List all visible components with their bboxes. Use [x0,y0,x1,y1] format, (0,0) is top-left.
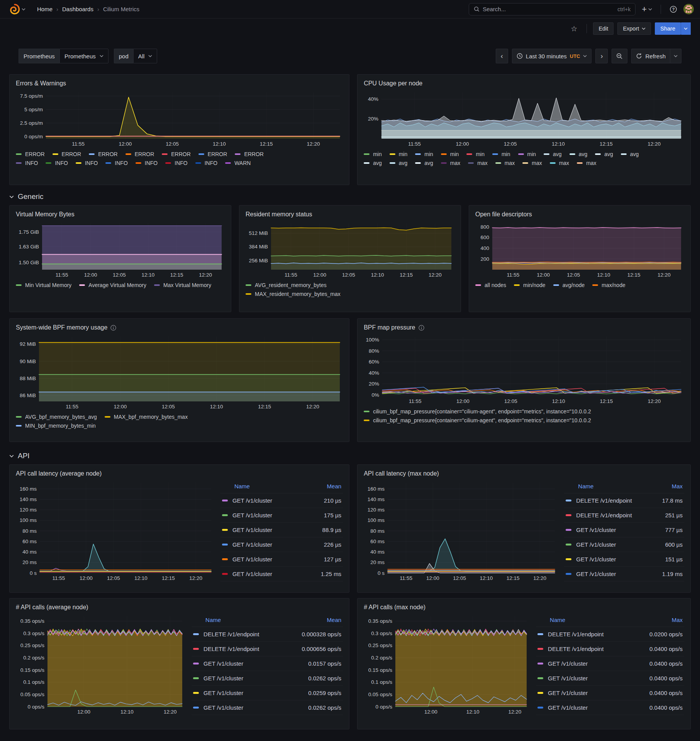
table-row[interactable]: GET /v1/cluster210 µs [220,493,343,508]
time-range-picker[interactable]: Last 30 minutes UTC [512,49,592,63]
add-button[interactable]: + [639,3,655,16]
panel-title[interactable]: Virtual Memory Bytes [16,211,75,218]
user-avatar[interactable] [683,4,694,14]
table-row[interactable]: GET /v1/cluster0.0400 ops/s [536,656,684,671]
legend-item[interactable]: INFO [136,160,158,166]
panel-title[interactable]: CPU Usage per node [364,80,422,87]
table-row[interactable]: GET /v1/cluster1.19 ms [564,567,684,581]
column-header[interactable]: Name [550,617,565,623]
errors-warnings-chart[interactable]: 11:5512:0012:0512:1012:1512:207.5 ops/m5… [16,89,343,148]
legend-item[interactable]: INFO [76,160,98,166]
table-row[interactable]: GET /v1/cluster0.0262 ops/s [192,671,343,686]
legend-item[interactable]: INFO [195,160,217,166]
legend-item[interactable]: min [466,151,485,157]
column-header[interactable]: Name [205,617,221,623]
legend-item[interactable]: max [577,160,596,166]
legend-item[interactable]: max [468,160,487,166]
column-header[interactable]: Max [672,617,683,623]
table-row[interactable]: DELETE /v1/endpoint0.0200 ops/s [536,627,684,642]
search-input[interactable]: Search... ctrl+k [469,3,636,15]
table-row[interactable]: GET /v1/cluster1.25 ms [220,567,343,581]
legend-item[interactable]: WARN [225,160,251,166]
legend-item[interactable]: avg [621,151,639,157]
legend-item[interactable]: Max Virtual Memory [154,282,211,288]
refresh-button[interactable]: Refresh [631,49,670,63]
legend-item[interactable]: AVG_resident_memory_bytes [246,282,454,288]
legend-item[interactable]: max [522,160,542,166]
api-calls-max-chart[interactable]: 12:0012:1012:200.35 ops/s0.3 ops/s0.25 o… [364,613,530,716]
table-row[interactable]: GET /v1/cluster0.0262 ops/s [192,700,343,715]
info-icon[interactable] [110,325,116,331]
api-calls-avg-chart[interactable]: 12:0012:1012:200.35 ops/s0.3 ops/s0.25 o… [16,613,185,716]
favorite-star-button[interactable]: ☆ [568,23,580,35]
legend-item[interactable]: ERROR [235,151,264,157]
variable-prometheus-select[interactable]: Prometheus [59,49,108,63]
legend-item[interactable]: INFO [16,160,38,166]
table-row[interactable]: DELETE /v1/endpoint0.000328 ops/s [192,627,343,642]
cpu-usage-chart[interactable]: 11:5512:0012:0512:1012:1512:2040%20% [364,89,684,148]
table-row[interactable]: DELETE /v1/endpoint0.0400 ops/s [536,642,684,656]
table-row[interactable]: GET /v1/cluster127 µs [220,552,343,567]
table-row[interactable]: GET /v1/cluster226 µs [220,537,343,552]
panel-title[interactable]: # API calls (average node) [16,604,88,611]
table-row[interactable]: GET /v1/cluster0.0400 ops/s [536,700,684,715]
zoom-out-button[interactable] [612,49,627,63]
table-row[interactable]: GET /v1/cluster175 µs [220,508,343,523]
api-latency-max-chart[interactable]: 11:5512:0012:0512:1012:1512:20160 ms140 … [364,479,558,582]
panel-title[interactable]: Resident memory status [246,211,312,218]
section-api[interactable]: API [9,447,691,464]
share-button[interactable]: Share [655,22,681,35]
virtual-memory-chart[interactable]: 11:5512:0012:0512:1012:1512:201.75 GiB1.… [16,220,225,279]
legend-item[interactable]: avg/node [553,282,585,288]
share-options-button[interactable] [681,22,691,35]
legend-item[interactable]: MAX_bpf_memory_bytes_max [105,414,188,420]
table-row[interactable]: GET /v1/cluster88.9 µs [220,523,343,537]
legend-item[interactable]: min [390,151,408,157]
table-row[interactable]: GET /v1/cluster151 µs [564,552,684,567]
legend-item[interactable]: ERROR [198,151,227,157]
table-row[interactable]: DELETE /v1/endpoint0.000656 ops/s [192,642,343,656]
legend-item[interactable]: cilium_bpf_map_pressure{container="ciliu… [364,417,684,423]
legend-item[interactable]: avg [595,151,613,157]
legend-item[interactable]: ERROR [125,151,154,157]
table-row[interactable]: DELETE /v1/endpoint251 µs [564,508,684,523]
bpf-memory-chart[interactable]: 11:5512:0012:0512:1012:1512:2092 MiB90 M… [16,333,343,411]
legend-item[interactable]: ERROR [16,151,45,157]
export-button[interactable]: Export [617,22,651,35]
column-header[interactable]: Mean [327,483,342,489]
legend-item[interactable]: max [441,160,460,166]
edit-button[interactable]: Edit [593,22,614,35]
resident-memory-chart[interactable]: 11:5512:0012:0512:1012:1512:20512 MiB384… [246,220,454,279]
legend-item[interactable]: avg [544,151,562,157]
legend-item[interactable]: avg [569,151,588,157]
legend-item[interactable]: INFO [165,160,187,166]
legend-item[interactable]: min [492,151,510,157]
legend-item[interactable]: INFO [46,160,68,166]
table-row[interactable]: GET /v1/cluster600 µs [564,537,684,552]
table-row[interactable]: GET /v1/cluster0.0259 ops/s [192,686,343,700]
legend-item[interactable]: ERROR [53,151,81,157]
legend-item[interactable]: Average Virtual Memory [79,282,146,288]
legend-item[interactable]: max [495,160,515,166]
legend-item[interactable]: MAX_resident_memory_bytes_max [246,291,454,297]
table-row[interactable]: GET /v1/cluster0.0157 ops/s [192,656,343,671]
table-row[interactable]: GET /v1/cluster0.0400 ops/s [536,671,684,686]
legend-item[interactable]: AVG_bpf_memory_bytes_avg [16,414,97,420]
legend-item[interactable]: max/node [592,282,625,288]
table-row[interactable]: GET /v1/cluster777 µs [564,523,684,537]
legend-item[interactable]: avg [415,160,433,166]
legend-item[interactable]: min [441,151,459,157]
legend-item[interactable]: avg [390,160,408,166]
breadcrumb-dashboards[interactable]: Dashboards [62,6,93,12]
column-header[interactable]: Name [234,483,250,489]
legend-item[interactable]: Min Virtual Memory [16,282,71,288]
section-generic[interactable]: Generic [9,188,691,205]
panel-title[interactable]: Open file descriptors [475,211,532,218]
table-row[interactable]: GET /v1/cluster0.0400 ops/s [536,686,684,700]
api-latency-avg-chart[interactable]: 11:5512:0012:0512:1012:1512:20160 ms140 … [16,479,214,582]
panel-title[interactable]: Errors & Warnings [16,80,66,87]
grafana-logo-button[interactable] [6,4,29,15]
legend-item[interactable]: ERROR [89,151,118,157]
panel-title[interactable]: # API calls (max node) [364,604,425,611]
legend-item[interactable]: min [415,151,433,157]
